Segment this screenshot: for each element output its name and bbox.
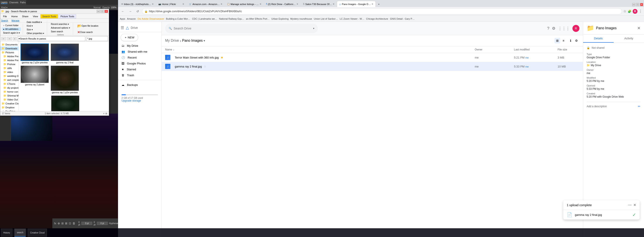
sidebar-item-ctoons[interactable]: 📁 CToons <box>0 82 18 86</box>
gdrive-file-row-1[interactable]: J gamma ray 2 final.jpg ☆ me 5:33 PM me … <box>162 62 583 71</box>
sidebar-item-dropbox[interactable]: 📁 Dropbox <box>0 106 18 109</box>
bookmark-union[interactable]: Union List of Sanbor… <box>314 18 338 20</box>
ribbon-search-again-btn[interactable]: Search again in ▾ <box>2 31 21 35</box>
explorer-view-icons[interactable]: ≡ ⊞ <box>103 112 107 115</box>
gdrive-menu-icon[interactable]: ☰ <box>121 25 124 30</box>
ps-y-input[interactable] <box>97 222 108 225</box>
gdrive-file-row-0[interactable]: J Terror Main Street with 360 info.jpg ★… <box>162 53 583 62</box>
gdrive-user-avatar[interactable]: R <box>572 25 580 32</box>
chrome-forward-btn[interactable]: → <box>127 8 133 15</box>
gdrive-search-settings-icon[interactable]: ▾ <box>313 27 314 30</box>
gdrive-search-bar[interactable]: 🔍 ▾ <box>165 24 318 33</box>
explorer-back-btn[interactable]: ← <box>1 37 6 40</box>
gdrive-nav-starred[interactable]: ★ Starred <box>118 66 160 72</box>
bookmark-mystery[interactable]: Mystery roundhouse <box>290 18 312 20</box>
chrome-tab-gdrive[interactable]: △ Pano Images - Google D… ✕ <box>337 1 376 7</box>
chrome-menu-btn[interactable]: ⋮ <box>639 9 642 13</box>
chrome-profile-avatar[interactable]: R <box>633 9 638 14</box>
ribbon-kind-btn[interactable]: Kind ▾ <box>26 24 45 28</box>
thumbnail-item-1[interactable]: gamma ray 2 final <box>50 44 79 64</box>
chrome-tab-flickr-close[interactable]: ✕ <box>182 3 184 5</box>
sidebar-item-adobe2[interactable]: 📁 Adobe Prem… <box>0 58 18 62</box>
paths-tab[interactable]: Paths <box>20 1 26 4</box>
ribbon-tab-share[interactable]: Share <box>20 14 30 19</box>
bookmark-lc-zoom[interactable]: LC Zoom Viewer - W… <box>340 18 364 20</box>
col-header-name[interactable]: Name ↓ <box>165 48 475 51</box>
ribbon-save-search-btn[interactable]: Save search <box>50 30 71 33</box>
ribbon-manage-sublabel[interactable]: Manage <box>12 20 20 22</box>
gdrive-path-root[interactable]: My Drive <box>165 39 179 43</box>
explorer-forward-btn[interactable]: → <box>7 37 12 40</box>
bookmark-urban[interactable]: Urban Exploring <box>272 18 288 20</box>
chrome-tab-inbox-close[interactable]: ✕ <box>152 3 154 5</box>
sidebar-item-creative-cloud[interactable]: 📁 Creative Cloud Fi… <box>0 102 18 106</box>
explorer-up-btn[interactable]: ↑ <box>13 37 17 40</box>
sidebar-item-cosplay[interactable]: 📁 asrt cosplay (… <box>0 78 18 82</box>
chrome-tab-inbox[interactable]: ✉ Inbox (3) - rickthephoto… ✕ <box>119 1 156 7</box>
sidebar-item-videoout[interactable]: 📁 Video Out <box>0 98 18 102</box>
explorer-close-btn[interactable]: ✕ <box>104 10 108 13</box>
chrome-tab-salon[interactable]: S Salon T30 Because Of… ✕ <box>300 1 337 7</box>
explorer-maximize-btn[interactable]: □ <box>100 10 104 13</box>
chrome-tab-amazon-close[interactable]: ✕ <box>220 3 222 5</box>
bookmark-apps[interactable]: Apps <box>120 18 125 20</box>
thumbnail-item-3[interactable]: gamma ray 1 p2vr-preview <box>50 66 79 94</box>
ribbon-search-sublabel[interactable]: Search <box>1 20 8 22</box>
gdrive-info-btn[interactable]: ℹ <box>568 38 573 44</box>
ps-fx-icon[interactable]: fx <box>54 222 56 225</box>
chrome-star-btn[interactable]: ☆ <box>623 9 626 13</box>
channels-tab[interactable]: Channels <box>9 1 18 4</box>
gdrive-nav-trash[interactable]: 🗑 Trash <box>118 72 160 78</box>
chrome-tab-listings[interactable]: 📋 Manage active listings - … ✕ <box>225 1 264 7</box>
ps-plus-icon[interactable]: ⊕ <box>58 222 60 225</box>
bookmark-ae[interactable]: an After Effects Port… <box>246 18 270 20</box>
ps-trash-icon[interactable]: 🗑 <box>72 222 75 225</box>
ribbon-tab-search[interactable]: Search Tools <box>40 14 58 19</box>
explorer-details-view-icon[interactable]: ≡ <box>103 112 104 115</box>
gdrive-upgrade-btn[interactable]: Upgrade storage <box>122 99 158 102</box>
chrome-extensions-btn[interactable]: 🧩 <box>628 10 631 13</box>
chrome-tab-amazon[interactable]: 🛒 Amazon.com - Amazon… ✕ <box>186 1 225 7</box>
gdrive-nav-backups[interactable]: ☁ Backups <box>118 82 160 88</box>
col-header-owner[interactable]: Owner <box>475 48 514 51</box>
chrome-tab-new[interactable]: + <box>376 1 382 7</box>
sidebar-item-pictures[interactable]: 📁 Pictures <box>0 51 18 54</box>
bookmark-cdc[interactable]: CDC | Landmarks we… <box>192 18 217 20</box>
explorer-large-icon-view[interactable]: ⊞ <box>105 112 107 115</box>
detail-tab-details[interactable]: Details <box>583 35 614 43</box>
ps-tool4[interactable]: ⊡ <box>69 222 71 225</box>
ps-fx2-icon[interactable]: ⊞ <box>61 222 64 225</box>
upload-minimize-btn[interactable]: — <box>628 203 632 207</box>
chrome-minimize-btn[interactable]: — <box>632 3 635 6</box>
sidebar-item-downloads[interactable]: 📁 Downloads <box>0 47 18 51</box>
gdrive-nav-mydrive[interactable]: 🗂 My Drive <box>118 43 160 49</box>
ribbon-open-file-location-btn[interactable]: 📂 Open file location <box>76 23 100 29</box>
col-header-size[interactable]: File size <box>558 48 580 51</box>
sidebar-item-video[interactable]: 📁 video <box>0 70 18 74</box>
gdrive-nav-shared[interactable]: 👥 Shared with me <box>118 49 160 55</box>
ribbon-tab-home[interactable]: Home <box>10 14 20 19</box>
sidebar-item-onedrive[interactable]: ☁️ OneDrive <box>0 109 18 111</box>
sidebar-item-wedding[interactable]: 📁 wedding DV… <box>0 74 18 78</box>
bookmark-chicago[interactable]: Chicago Architecture <box>366 18 388 20</box>
gdrive-list-view-btn[interactable]: ≡ <box>561 38 566 44</box>
description-edit-btn[interactable]: ✏ <box>638 105 640 108</box>
ps-tool3[interactable]: ⊠ <box>65 222 68 225</box>
ribbon-date-modified-btn[interactable]: Date modified ▾ <box>26 21 45 24</box>
gdrive-settings-view-btn[interactable]: ⚙ <box>574 38 580 44</box>
chrome-tab-fb-close[interactable]: ✕ <box>296 3 298 5</box>
sidebar-item-horror[interactable]: 📁 horror con <box>0 90 18 94</box>
thumbnail-item-2[interactable]: gamma ray 2 planet <box>20 66 49 94</box>
taskbar-btn-search[interactable]: search <box>14 229 26 236</box>
thumbnail-item-4[interactable]: gamma ray 1-p2vr-preview <box>51 95 80 111</box>
bookmark-cube[interactable]: Building a Cube Wor… <box>166 18 190 20</box>
ps-x-input[interactable] <box>81 222 92 225</box>
ribbon-current-folder-btn[interactable]: ○ Current folder <box>2 24 21 27</box>
chrome-tab-salon-close[interactable]: ✕ <box>333 3 334 5</box>
bookmark-dreamweaver[interactable]: Dw Adobe Dreamweaver <box>138 18 164 20</box>
sidebar-item-shinmai[interactable]: 📁 Shinmai Maou n… <box>0 94 18 98</box>
gdrive-help-icon[interactable]: ? <box>547 26 549 31</box>
bookmark-railway[interactable]: National Railway Equ… <box>219 18 244 20</box>
gdrive-nav-recent[interactable]: 🕐 Recent <box>118 55 160 61</box>
chrome-back-btn[interactable]: ← <box>120 8 126 15</box>
